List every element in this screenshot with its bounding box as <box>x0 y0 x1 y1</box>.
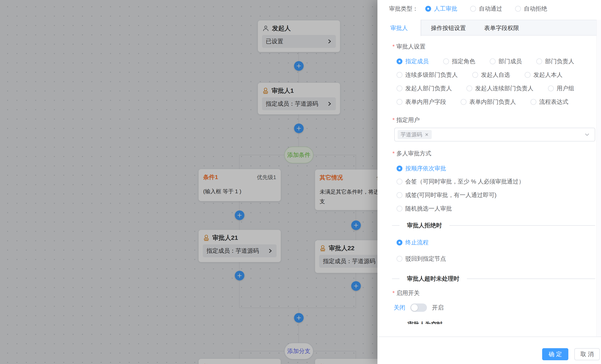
timeout-section-title: 审批人超时未处理时 <box>407 275 459 283</box>
radio-icon <box>443 59 449 64</box>
reject-option: 终止流程 <box>397 238 429 247</box>
approver-setting-row: 连续多级部门负责人 发起人自选 发起人本人 <box>397 71 562 79</box>
radio-icon <box>397 240 402 245</box>
divider-line <box>392 225 400 226</box>
divider-line <box>449 225 595 226</box>
radio-icon <box>472 72 478 78</box>
radio-initiator-multi-dept-leader[interactable]: 发起人连续部门负责人 <box>466 84 533 92</box>
radio-form-user-field[interactable]: 表单内用户字段 <box>397 98 446 106</box>
radio-dept-member[interactable]: 部门成员 <box>490 57 522 65</box>
radio-icon <box>461 99 466 105</box>
radio-icon <box>531 99 536 105</box>
radio-dept-leader[interactable]: 部门负责人 <box>536 57 574 65</box>
radio-icon <box>397 85 402 91</box>
approver-setting-row: 表单内用户字段 表单内部门负责人 流程表达式 <box>397 98 568 106</box>
radio-multi-level-dept-leader[interactable]: 连续多级部门负责人 <box>397 71 458 79</box>
radio-terminate-process[interactable]: 终止流程 <box>397 239 429 246</box>
cancel-button[interactable]: 取 消 <box>574 348 600 360</box>
reject-option: 驳回到指定节点 <box>397 255 446 263</box>
radio-auto-reject[interactable]: 自动拒绝 <box>515 5 547 13</box>
approval-settings-drawer: 审批类型： 人工审批 自动通过 自动拒绝 审批人 操作按钮设置 <box>377 0 601 364</box>
multi-approve-option: 会签（可同时审批，至少 % 人必须审批通过） <box>397 177 524 186</box>
radio-icon <box>397 99 402 105</box>
empty-section-clipped: 审批人为空时 <box>392 320 496 324</box>
radio-icon <box>515 6 521 12</box>
radio-icon <box>490 59 496 64</box>
multi-approve-option: 或签(可同时审批，有一人通过即可) <box>397 191 497 199</box>
radio-user-group[interactable]: 用户组 <box>548 84 574 92</box>
confirm-button[interactable]: 确 定 <box>542 348 568 360</box>
approve-type-label: 审批类型： <box>389 5 418 13</box>
timeout-section-divider: 审批人超时未处理时 <box>392 275 595 282</box>
radio-manual-approval[interactable]: 人工审批 <box>425 5 457 13</box>
chevron-down-icon <box>584 132 590 137</box>
radio-icon <box>397 179 402 184</box>
approver-setting-row: 指定成员 指定角色 部门成员 部门负责人 <box>397 57 574 66</box>
multi-approve-option: 按顺序依次审批 <box>397 164 446 173</box>
radio-or-sign[interactable]: 或签(可同时审批，有一人通过即可) <box>397 191 497 199</box>
radio-initiator-dept-leader[interactable]: 发起人部门负责人 <box>397 84 452 92</box>
radio-initiator-select[interactable]: 发起人自选 <box>472 71 510 79</box>
tab-approver[interactable]: 审批人 <box>377 20 421 36</box>
radio-assigned-role[interactable]: 指定角色 <box>443 57 475 65</box>
tab-action-buttons[interactable]: 操作按钮设置 <box>421 20 476 36</box>
radio-form-dept-leader[interactable]: 表单内部门负责人 <box>461 98 516 106</box>
radio-icon <box>466 85 472 91</box>
approver-setting-label: 审批人设置 <box>392 43 425 50</box>
assigned-user-select[interactable]: 芋道源码 <box>394 128 595 142</box>
radio-icon <box>548 85 554 91</box>
enable-toggle[interactable] <box>410 303 427 312</box>
radio-process-expression[interactable]: 流程表达式 <box>531 98 568 106</box>
radio-icon <box>470 6 476 12</box>
radio-icon <box>425 6 431 12</box>
divider-line <box>392 279 400 279</box>
assigned-user-label: 指定用户 <box>392 116 420 124</box>
footer-divider <box>377 336 601 337</box>
radio-icon <box>397 206 402 212</box>
radio-return-to-node[interactable]: 驳回到指定节点 <box>397 255 446 263</box>
radio-initiator-self[interactable]: 发起人本人 <box>525 71 562 79</box>
drawer-scrollbar[interactable] <box>596 20 601 336</box>
switch-on-label: 开启 <box>432 304 444 312</box>
radio-icon <box>397 72 402 78</box>
radio-auto-pass[interactable]: 自动通过 <box>470 5 502 13</box>
settings-tabs: 审批人 操作按钮设置 表单字段权限 <box>377 20 596 36</box>
enable-switch-label: 启用开关 <box>392 289 420 297</box>
multi-approve-option: 随机挑选一人审批 <box>397 204 452 213</box>
tag-close-icon[interactable] <box>425 132 429 137</box>
reject-section-divider: 审批人拒绝时 <box>392 222 595 229</box>
radio-icon <box>397 59 402 64</box>
enable-switch-row: 关闭 开启 <box>394 303 444 313</box>
reject-section-title: 审批人拒绝时 <box>407 222 442 229</box>
radio-random-one[interactable]: 随机挑选一人审批 <box>397 205 452 212</box>
tab-form-field-permission[interactable]: 表单字段权限 <box>476 20 528 36</box>
radio-sequential-approve[interactable]: 按顺序依次审批 <box>397 164 446 172</box>
toggle-knob <box>411 304 418 311</box>
switch-off-label: 关闭 <box>394 304 405 312</box>
approver-setting-row: 发起人部门负责人 发起人连续部门负责人 用户组 <box>397 84 574 92</box>
selected-user-tag: 芋道源码 <box>398 130 432 139</box>
radio-icon <box>397 166 402 172</box>
radio-icon <box>397 192 402 198</box>
divider-line <box>467 279 595 279</box>
approval-flow-designer: 发起人 已设置 审批人1 <box>0 0 601 364</box>
radio-icon <box>397 256 402 262</box>
approve-type-row: 审批类型： 人工审批 自动通过 自动拒绝 <box>389 4 547 13</box>
radio-icon <box>525 72 531 78</box>
radio-countersign[interactable]: 会签（可同时审批，至少 % 人必须审批通过） <box>397 178 524 185</box>
radio-icon <box>536 59 542 64</box>
multi-approve-label: 多人审批方式 <box>392 150 431 157</box>
empty-section-title: 审批人为空时 <box>408 321 442 324</box>
radio-assigned-member[interactable]: 指定成员 <box>397 57 429 65</box>
